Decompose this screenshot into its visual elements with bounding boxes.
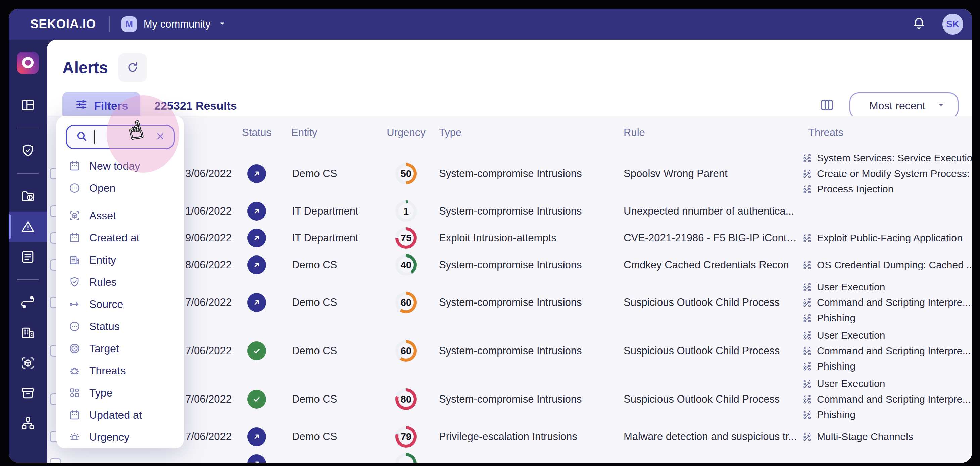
filter-item-rules[interactable]: Rules	[56, 271, 184, 293]
threat-tag[interactable]: User Execution	[802, 279, 972, 295]
sidebar-nav	[9, 40, 47, 463]
filter-item-entity[interactable]: Entity	[56, 249, 184, 271]
column-header-status[interactable]: Status	[232, 126, 282, 139]
filter-item-new-today[interactable]: New today	[56, 155, 184, 177]
alerts-table: Status Entity Urgency Type Rule Threats …	[47, 116, 972, 463]
threat-label: Command and Scripting Interpre...	[817, 297, 971, 308]
shield-check-icon	[20, 143, 36, 158]
threat-tag[interactable]: Exploit Public-Facing Application	[802, 230, 972, 246]
threat-tag[interactable]: Command and Scripting Interpre...	[802, 391, 972, 407]
status-escalated-icon	[247, 255, 266, 274]
table-row[interactable]: 7/06/2022Demo CS60System-compromise Intr…	[47, 327, 972, 375]
column-header-threats[interactable]: Threats	[799, 126, 972, 139]
table-row[interactable]: 7/06/2022Demo CS80System-compromise Intr…	[47, 375, 972, 423]
filter-item-created-at[interactable]: Created at	[56, 227, 184, 249]
app-logo-icon[interactable]	[17, 52, 39, 74]
arrow-up-right-icon	[251, 297, 262, 308]
bug-icon	[68, 365, 81, 377]
table-row[interactable]	[47, 450, 972, 463]
table-row[interactable]: 8/06/2022Demo CS40System-compromise Intr…	[47, 252, 972, 278]
connector-cable-icon	[20, 295, 36, 310]
alert-type: System-compromise Intrusions	[430, 205, 614, 217]
alert-entity: Demo CS	[282, 431, 383, 443]
alert-rule: Unexpected nnumber of authentica...	[614, 205, 799, 217]
filter-search-box[interactable]	[66, 124, 175, 149]
alert-threats: Multi-Stage Channels	[799, 429, 972, 445]
filter-item-urgency[interactable]: Urgency	[56, 426, 184, 448]
sort-dropdown[interactable]: Most recent	[850, 93, 959, 119]
table-row[interactable]: 9/06/2022IT Department75Exploit Intrusio…	[47, 225, 972, 252]
filter-item-type[interactable]: Type	[56, 382, 184, 404]
column-header-urgency[interactable]: Urgency	[383, 126, 430, 139]
threat-tag[interactable]: Process Injection	[802, 181, 972, 197]
threat-tag[interactable]: Multi-Stage Channels	[802, 429, 972, 445]
table-row[interactable]: 3/06/2022Demo CS50System-compromise Intr…	[47, 149, 972, 198]
column-header-type[interactable]: Type	[430, 126, 614, 139]
threat-tag[interactable]: Create or Modify System Process: ...	[802, 166, 972, 181]
calendar-icon	[68, 160, 81, 172]
column-header-rule[interactable]: Rule	[614, 126, 799, 139]
filter-item-status[interactable]: Status	[56, 315, 184, 337]
threat-tag[interactable]: Command and Scripting Interpre...	[802, 295, 972, 310]
community-name: My community	[144, 18, 211, 30]
filter-item-target[interactable]: Target	[56, 337, 184, 359]
sidebar-item-archive-box[interactable]	[9, 378, 47, 408]
filter-item-updated-at[interactable]: Updated at	[56, 404, 184, 426]
threat-tag[interactable]: OS Credential Dumping: Cached ...	[802, 257, 972, 273]
table-row[interactable]: 7/06/2022Demo CS60System-compromise Intr…	[47, 278, 972, 327]
calendar-icon	[68, 231, 81, 244]
chevron-down-icon	[218, 19, 227, 30]
status-circle-icon	[68, 320, 81, 332]
threat-tag[interactable]: Command and Scripting Interpre...	[802, 343, 972, 359]
alert-entity: Demo CS	[282, 259, 383, 271]
filter-item-threats[interactable]: Threats	[56, 359, 184, 382]
sidebar-item-folder-alert[interactable]	[9, 181, 47, 212]
alert-threats: User ExecutionCommand and Scripting Inte…	[799, 328, 972, 374]
columns-toggle-button[interactable]	[819, 97, 835, 114]
threat-tag[interactable]: Phishing	[802, 310, 972, 326]
threat-tag[interactable]: User Execution	[802, 376, 972, 391]
user-avatar[interactable]: SK	[942, 14, 963, 35]
row-checkbox[interactable]	[50, 458, 61, 463]
threat-tag[interactable]: Phishing	[802, 407, 972, 422]
tactic-icon	[802, 330, 813, 341]
filter-item-source[interactable]: Source	[56, 293, 184, 315]
filter-item-label: Type	[89, 387, 113, 399]
sidebar-item-document-lines[interactable]	[9, 242, 47, 272]
refresh-button[interactable]	[118, 53, 147, 82]
sidebar-item-shield-check[interactable]	[9, 136, 47, 166]
close-icon[interactable]	[155, 131, 166, 144]
table-row[interactable]: 1/06/2022IT Department1System-compromise…	[47, 198, 972, 225]
filter-item-asset[interactable]: Asset	[56, 204, 184, 227]
sidebar-item-asset-cube[interactable]	[9, 348, 47, 378]
threat-tag[interactable]: User Execution	[802, 328, 972, 343]
column-header-entity[interactable]: Entity	[282, 126, 383, 139]
sidebar-item-warning-triangle[interactable]	[9, 212, 47, 242]
sidebar-item-connector-cable[interactable]	[9, 287, 47, 318]
table-row[interactable]: 7/06/2022Demo CS79Privilege-escalation I…	[47, 423, 972, 450]
tactic-icon	[802, 153, 813, 163]
threat-tag[interactable]: Phishing	[802, 359, 972, 374]
filter-item-open[interactable]: Open	[56, 177, 184, 199]
status-escalated-icon	[247, 293, 266, 312]
alert-threats: OS Credential Dumping: Cached ...	[799, 257, 972, 273]
alert-entity: IT Department	[282, 232, 383, 244]
filter-item-label: Status	[89, 320, 120, 333]
threat-tag[interactable]: System Services: Service Execution	[802, 150, 972, 166]
tactic-icon	[802, 361, 813, 372]
target-icon	[68, 342, 81, 354]
alert-entity: IT Department	[282, 205, 383, 217]
archive-box-icon	[20, 385, 36, 401]
sidebar-item-org-chart[interactable]	[9, 408, 47, 439]
sidebar-item-dashboard[interactable]	[9, 90, 47, 120]
filter-search-input[interactable]	[95, 131, 155, 143]
document-lines-icon	[20, 249, 36, 265]
alert-entity: Demo CS	[282, 345, 383, 357]
sidebar-item-building[interactable]	[9, 318, 47, 348]
urgency-gauge: 50	[395, 163, 417, 184]
notifications-bell-icon[interactable]	[912, 16, 926, 32]
threat-label: System Services: Service Execution	[817, 152, 972, 164]
filters-button[interactable]: Filters	[62, 92, 140, 120]
siren-icon	[68, 431, 81, 443]
community-selector[interactable]: M My community	[121, 16, 227, 32]
